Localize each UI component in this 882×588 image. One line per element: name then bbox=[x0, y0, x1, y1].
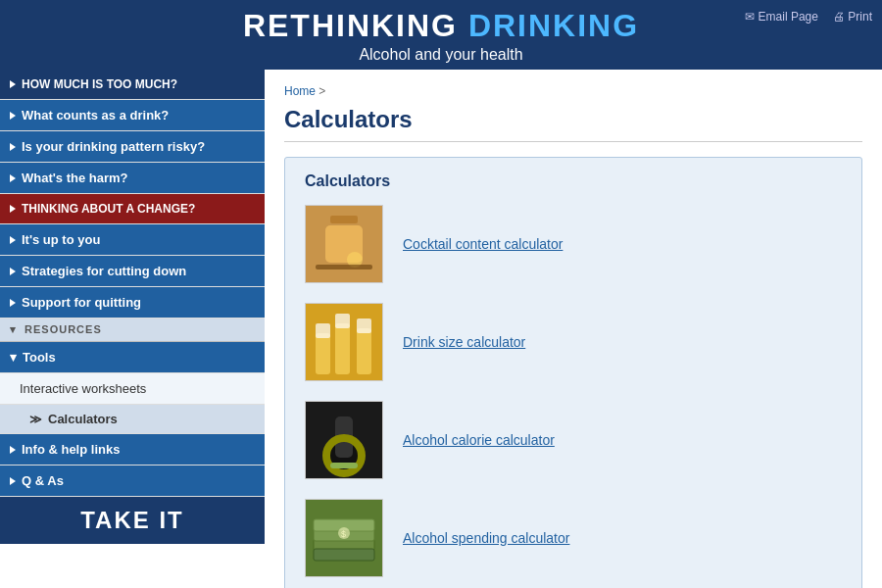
cocktail-image bbox=[305, 205, 383, 283]
drink-size-calculator-link[interactable]: Drink size calculator bbox=[403, 334, 525, 350]
chevron-right-icon bbox=[10, 299, 16, 307]
chevron-right-icon bbox=[10, 174, 16, 182]
calc-item-spending: $ Alcohol spending calculator bbox=[305, 499, 842, 577]
chevron-right-icon bbox=[10, 477, 16, 485]
svg-rect-9 bbox=[335, 314, 350, 328]
sidebar-item-up-to-you[interactable]: It's up to you bbox=[0, 224, 265, 256]
svg-rect-4 bbox=[316, 265, 372, 270]
sidebar-item-strategies[interactable]: Strategies for cutting down bbox=[0, 256, 265, 287]
chevron-right-icon bbox=[10, 143, 16, 151]
calc-item-cocktail: Cocktail content calculator bbox=[305, 205, 842, 283]
email-page-link[interactable]: ✉ Email Page bbox=[745, 10, 818, 24]
chevron-right-icon bbox=[10, 268, 16, 275]
main-content: Home > Calculators Calculators bbox=[265, 70, 882, 588]
calc-item-calorie: Alcohol calorie calculator bbox=[305, 401, 842, 479]
double-arrow-icon: ≫ bbox=[29, 413, 42, 426]
alcohol-calorie-calculator-link[interactable]: Alcohol calorie calculator bbox=[403, 432, 555, 448]
sidebar-item-qa[interactable]: Q & As bbox=[0, 466, 265, 497]
sidebar-item-calculators[interactable]: ≫ Calculators bbox=[0, 405, 265, 434]
page-title: Calculators bbox=[284, 106, 862, 142]
sidebar-item-info[interactable]: Info & help links bbox=[0, 434, 265, 466]
svg-rect-6 bbox=[316, 333, 330, 374]
alcohol-spending-calculator-link[interactable]: Alcohol spending calculator bbox=[403, 530, 569, 546]
site-title: RETHINKING DRINKING bbox=[243, 8, 639, 43]
svg-text:$: $ bbox=[341, 529, 346, 539]
svg-rect-8 bbox=[335, 323, 350, 374]
sidebar-item-worksheets[interactable]: Interactive worksheets bbox=[0, 373, 265, 405]
sidebar-item-thinking[interactable]: THINKING ABOUT A CHANGE? bbox=[0, 194, 265, 224]
calorie-image bbox=[305, 401, 383, 479]
svg-rect-11 bbox=[357, 318, 371, 333]
site-subtitle: Alcohol and your health bbox=[10, 46, 872, 64]
svg-rect-7 bbox=[316, 323, 330, 338]
sidebar-item-harm[interactable]: What's the harm? bbox=[0, 163, 265, 194]
sidebar-item-tools[interactable]: ▾ Tools bbox=[0, 342, 265, 373]
content-box-title: Calculators bbox=[305, 172, 842, 190]
chevron-right-icon bbox=[10, 236, 16, 244]
breadcrumb-separator: > bbox=[318, 84, 325, 98]
svg-rect-10 bbox=[357, 328, 371, 374]
sidebar-item-quitting[interactable]: Support for quitting bbox=[0, 287, 265, 318]
sidebar-item-how-much[interactable]: HOW MUCH IS TOO MUCH? bbox=[0, 70, 265, 100]
money-image: $ bbox=[305, 499, 383, 577]
breadcrumb: Home > bbox=[284, 84, 862, 98]
chevron-down-icon: ▾ bbox=[10, 323, 17, 335]
chevron-right-icon bbox=[10, 80, 16, 88]
breadcrumb-home[interactable]: Home bbox=[284, 84, 316, 98]
calc-item-drink-size: Drink size calculator bbox=[305, 303, 842, 381]
sidebar-item-drinking-pattern[interactable]: Is your drinking pattern risky? bbox=[0, 131, 265, 163]
print-icon: 🖨 bbox=[833, 10, 845, 24]
chevron-right-icon bbox=[10, 205, 16, 213]
email-icon: ✉ bbox=[745, 10, 755, 24]
sidebar-item-what-counts[interactable]: What counts as a drink? bbox=[0, 100, 265, 131]
resources-section: ▾ RESOURCES bbox=[0, 318, 265, 342]
content-box: Calculators Cocktail content calculator bbox=[284, 157, 862, 588]
chevron-down-icon: ▾ bbox=[10, 350, 17, 365]
print-link[interactable]: 🖨 Print bbox=[833, 10, 872, 24]
svg-rect-2 bbox=[330, 216, 358, 223]
svg-rect-16 bbox=[330, 463, 358, 468]
svg-rect-21 bbox=[314, 549, 374, 561]
chevron-right-icon bbox=[10, 112, 16, 120]
take-it-bar: TAKE IT bbox=[0, 497, 265, 544]
beer-image bbox=[305, 303, 383, 381]
cocktail-calculator-link[interactable]: Cocktail content calculator bbox=[403, 236, 563, 252]
chevron-right-icon bbox=[10, 446, 16, 454]
